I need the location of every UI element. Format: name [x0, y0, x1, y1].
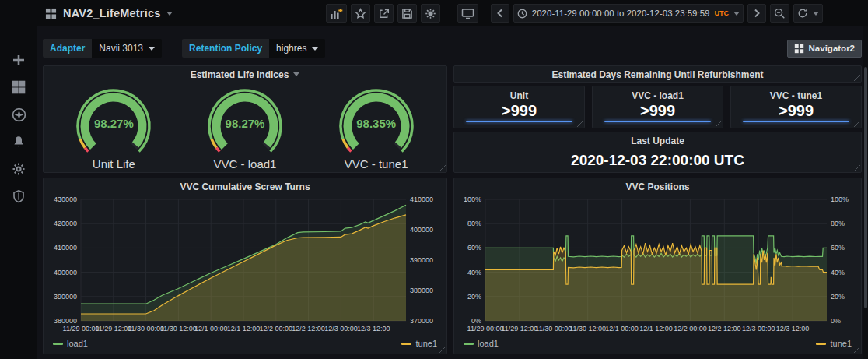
stat-sparkline	[743, 121, 849, 122]
gauge-unit-life: 98.27% Unit Life	[51, 83, 176, 171]
svg-text:11/29 12:00: 11/29 12:00	[501, 325, 537, 333]
panel-title-vvc-positions[interactable]: VVC Positions	[454, 178, 861, 195]
gauge-vvc-tune1: 98.35% VVC - tune1	[314, 83, 439, 171]
stat-sparkline	[466, 121, 572, 122]
legend-swatch-tune1	[816, 343, 826, 345]
stat-title[interactable]: VVC - load1	[593, 86, 723, 101]
vvc-positions-chart[interactable]: 0%20%40%60%80%100%0%20%40%60%80%100%11/2…	[456, 195, 859, 338]
gauge-vvc-load1: 98.27% VVC - load1	[183, 83, 307, 171]
gauge-label: VVC - tune1	[314, 157, 439, 171]
panel-stat-unit: Unit >999	[453, 86, 585, 128]
scrollbar-thumb[interactable]	[864, 67, 867, 308]
svg-text:20%: 20%	[831, 293, 845, 301]
server-admin-shield-icon[interactable]	[10, 188, 27, 205]
screw-turns-chart[interactable]: 3800003900004000004100004200004300003700…	[45, 195, 445, 338]
svg-text:400000: 400000	[410, 226, 433, 234]
svg-text:11/29 00:00: 11/29 00:00	[467, 325, 504, 333]
adapter-select[interactable]: Navii 3013	[92, 39, 162, 58]
retention-policy-caret-icon	[312, 47, 318, 51]
svg-text:60%: 60%	[467, 244, 481, 252]
svg-text:11/30 00:00: 11/30 00:00	[535, 325, 572, 333]
retention-policy-label: Retention Policy	[182, 39, 269, 58]
svg-text:380000: 380000	[410, 287, 433, 294]
svg-text:380000: 380000	[54, 317, 77, 325]
adapter-variable: Adapter Navii 3013	[43, 39, 162, 58]
legend-tune1[interactable]: tune1	[401, 339, 437, 348]
dashboards-icon[interactable]	[10, 79, 27, 96]
panel-vvc-positions: VVC Positions 0%20%40%60%80%100%0%20%40%…	[453, 178, 862, 354]
svg-text:12/3 12:00: 12/3 12:00	[357, 325, 390, 333]
retention-policy-select[interactable]: highres	[269, 39, 325, 58]
star-button[interactable]	[351, 4, 370, 23]
svg-text:12/3 00:00: 12/3 00:00	[742, 325, 775, 333]
refresh-interval-caret-icon[interactable]	[813, 12, 819, 16]
svg-text:20%: 20%	[467, 293, 481, 301]
zoom-out-button[interactable]	[770, 4, 789, 23]
panel-title-days-remaining[interactable]: Estimated Days Remaining Until Refurbish…	[454, 66, 861, 83]
svg-text:12/1 00:00: 12/1 00:00	[194, 325, 228, 333]
scrollbar-track[interactable]	[863, 26, 868, 359]
adapter-label: Adapter	[43, 39, 92, 58]
retention-policy-variable: Retention Policy highres	[182, 39, 325, 58]
svg-text:40%: 40%	[467, 269, 481, 276]
stat-title[interactable]: VVC - tune1	[731, 86, 861, 101]
svg-text:370000: 370000	[410, 317, 433, 325]
adapter-value: Navii 3013	[99, 43, 143, 54]
svg-text:390000: 390000	[410, 256, 433, 264]
adapter-caret-icon	[149, 47, 155, 51]
add-panel-button[interactable]	[326, 4, 347, 23]
panel-stat-vvc-load1: VVC - load1 >999	[592, 86, 723, 128]
svg-text:80%: 80%	[467, 220, 481, 227]
cycle-view-monitor-button[interactable]	[457, 4, 478, 23]
legend-tune1[interactable]: tune1	[816, 339, 852, 348]
svg-text:390000: 390000	[54, 293, 77, 301]
dashboard-title[interactable]: NAV2_LifeMetrics	[63, 7, 160, 19]
legend-swatch-load1	[464, 343, 474, 345]
svg-text:11/30 12:00: 11/30 12:00	[160, 325, 197, 333]
alerting-bell-icon[interactable]	[10, 133, 27, 150]
save-button[interactable]	[397, 4, 417, 23]
refresh-button[interactable]	[793, 4, 823, 23]
time-range-back-button[interactable]	[491, 4, 509, 23]
legend-load1[interactable]: load1	[464, 339, 499, 348]
svg-text:11/29 12:00: 11/29 12:00	[95, 325, 131, 333]
navigator2-button[interactable]: Navigator2	[787, 40, 862, 58]
svg-text:11/29 00:00: 11/29 00:00	[63, 325, 100, 333]
stat-title[interactable]: Unit	[454, 86, 584, 101]
navigator2-button-label: Navigator2	[809, 44, 855, 53]
dashboard-title-caret-icon[interactable]	[166, 12, 173, 16]
stat-sparkline	[604, 121, 711, 122]
configuration-gear-icon[interactable]	[10, 160, 27, 178]
stat-value: >999	[731, 103, 861, 118]
svg-text:40%: 40%	[831, 269, 845, 276]
svg-text:420000: 420000	[54, 220, 77, 227]
legend-swatch-tune1	[401, 343, 411, 345]
svg-text:100%: 100%	[831, 195, 849, 203]
share-button[interactable]	[374, 4, 394, 23]
gauge-value: 98.35%	[314, 117, 439, 130]
dashboard-settings-button[interactable]	[421, 4, 440, 23]
panel-menu-caret-icon[interactable]	[293, 72, 299, 76]
sidebar	[0, 0, 37, 359]
stat-value: >999	[454, 103, 584, 118]
svg-text:12/3 12:00: 12/3 12:00	[776, 325, 810, 333]
svg-text:12/1 00:00: 12/1 00:00	[605, 325, 639, 333]
time-range-text: 2020-11-29 00:00:00 to 2020-12-03 23:59:…	[532, 9, 710, 18]
retention-policy-value: highres	[276, 43, 306, 54]
legend-load1[interactable]: load1	[53, 339, 88, 348]
time-range-forward-button[interactable]	[747, 4, 766, 23]
panel-title-estimated-life-indices[interactable]: Estimated Life Indices	[44, 66, 446, 83]
panel-title-screw-turns[interactable]: VVC Cumulative Screw Turns	[44, 178, 446, 195]
panel-title-last-update[interactable]: Last Update	[454, 132, 861, 149]
svg-text:11/30 12:00: 11/30 12:00	[569, 325, 606, 333]
explore-compass-icon[interactable]	[10, 106, 27, 123]
panel-vvc-cumulative-screw-turns: VVC Cumulative Screw Turns 3800003900004…	[43, 178, 447, 354]
svg-text:12/2 12:00: 12/2 12:00	[292, 325, 325, 333]
last-update-value: 2020-12-03 22:00:00 UTC	[454, 152, 861, 169]
time-picker-button[interactable]: 2020-11-29 00:00:00 to 2020-12-03 23:59:…	[513, 4, 744, 23]
create-plus-icon[interactable]	[10, 51, 27, 69]
svg-text:12/2 00:00: 12/2 00:00	[674, 325, 707, 333]
stat-value: >999	[593, 103, 723, 118]
panel-estimated-life-indices: Estimated Life Indices 98.27% Unit Life …	[43, 65, 447, 173]
gauge-label: Unit Life	[51, 157, 176, 171]
